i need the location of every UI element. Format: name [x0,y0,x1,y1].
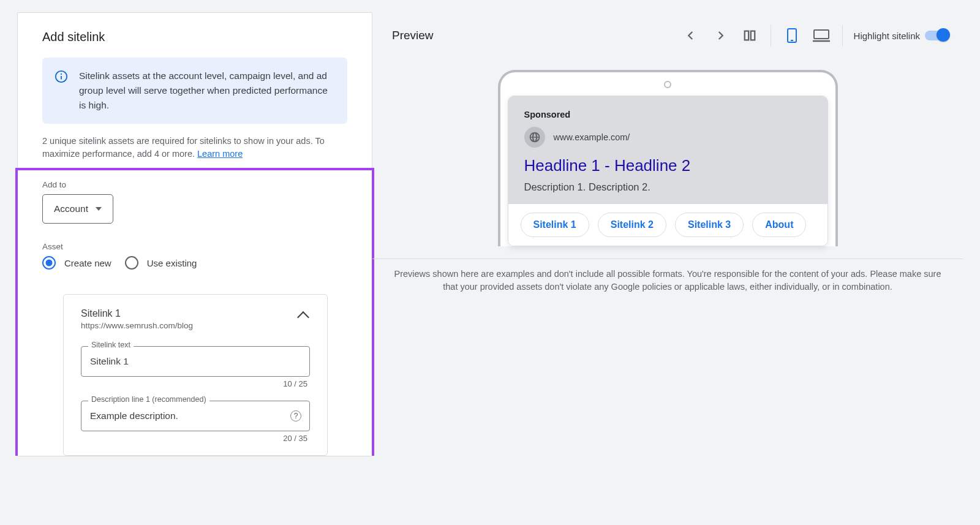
desc1-input[interactable] [81,401,310,431]
sitelink-pills: Sitelink 1 Sitelink 2 Sitelink 3 About [508,204,827,246]
chevron-up-icon[interactable] [297,311,309,323]
card-title: Sitelink 1 [81,308,193,319]
sponsored-label: Sponsored [524,110,812,119]
info-text: Sitelink assets at the account level, ca… [79,69,335,113]
prev-button[interactable] [676,21,706,50]
asset-label: Asset [42,242,347,251]
ad-headline: Headline 1 - Headline 2 [524,156,812,175]
mobile-view-button[interactable] [777,21,807,50]
sitelink-pill[interactable]: About [752,213,806,237]
help-icon[interactable]: ? [290,410,301,421]
learn-more-link[interactable]: Learn more [197,149,243,159]
radio-use-existing[interactable] [125,256,138,270]
sitelink-pill[interactable]: Sitelink 2 [598,213,666,237]
desc1-counter: 20 / 35 [81,434,310,443]
sitelink-text-field: Sitelink text [81,346,310,377]
sitelink-card: Sitelink 1 https://www.semrush.com/blog … [63,294,328,456]
highlight-toggle[interactable] [925,31,948,40]
device-frame: Sponsored www.example.com/ Headline 1 - … [498,70,838,246]
divider [372,259,963,259]
disclaimer-text: Previews shown here are examples and don… [372,268,963,293]
separator [771,25,771,46]
ad-url: www.example.com/ [554,132,630,142]
radio-create-new[interactable] [42,256,56,270]
card-url: https://www.semrush.com/blog [81,321,193,330]
globe-icon [524,127,545,148]
desc1-label: Description line 1 (recommended) [88,395,209,404]
sitelink-text-counter: 10 / 25 [81,379,310,388]
info-icon [55,70,68,83]
panel-title: Add sitelink [42,30,347,44]
svg-rect-7 [814,30,829,39]
ad-description: Description 1. Description 2. [524,181,812,193]
info-banner: Sitelink assets at the account level, ca… [42,58,347,124]
separator [842,25,843,46]
svg-point-2 [61,74,62,75]
preview-panel: Preview [372,12,963,293]
camera-icon [664,81,671,88]
sitelink-pill[interactable]: Sitelink 1 [521,213,589,237]
add-to-dropdown[interactable]: Account [42,194,113,224]
highlight-label: Highlight sitelink [854,31,920,41]
add-to-label: Add to [42,180,347,189]
radio-use-existing-label: Use existing [147,258,197,268]
caret-down-icon [96,207,102,211]
add-to-value: Account [54,203,88,214]
sitelink-pill[interactable]: Sitelink 3 [675,213,744,237]
sitelink-form-panel: Add sitelink Sitelink assets at the acco… [17,12,372,456]
columns-icon[interactable] [735,21,764,50]
ad-preview: Sponsored www.example.com/ Headline 1 - … [508,96,828,246]
desktop-view-button[interactable] [807,21,836,50]
preview-title: Preview [392,29,434,42]
desc1-field: Description line 1 (recommended) ? [81,401,310,431]
sitelink-text-input[interactable] [81,346,310,377]
svg-rect-3 [744,31,748,40]
requirement-text: 2 unique sitelink assets are required fo… [42,135,347,161]
sitelink-text-label: Sitelink text [88,341,134,349]
next-button[interactable] [706,21,735,50]
form-highlighted-area: Add to Account Asset Create new Use exis… [15,168,374,456]
radio-create-new-label: Create new [64,258,111,268]
svg-rect-4 [750,31,754,40]
